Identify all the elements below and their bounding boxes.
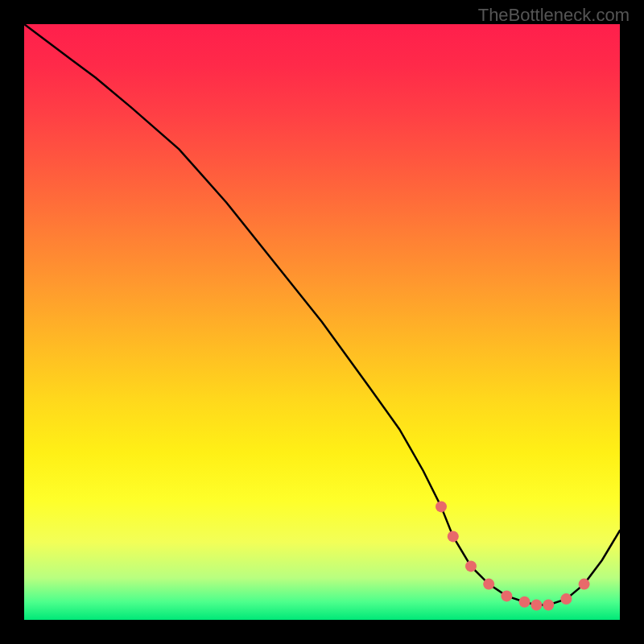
marker-dot: [448, 530, 459, 542]
chart-svg: [24, 24, 620, 620]
marker-dot: [560, 593, 572, 605]
watermark-text: TheBottleneck.com: [478, 5, 630, 26]
marker-dot: [530, 600, 542, 611]
marker-dot: [519, 597, 530, 608]
plot-area: [24, 24, 620, 620]
marker-dot: [483, 579, 494, 590]
marker-dot: [465, 560, 477, 572]
marker-dots-group: [436, 501, 590, 610]
marker-dot: [501, 590, 512, 601]
marker-dot: [579, 579, 590, 590]
curve-line: [24, 24, 620, 605]
marker-dot: [436, 501, 447, 512]
marker-dot: [543, 600, 554, 611]
